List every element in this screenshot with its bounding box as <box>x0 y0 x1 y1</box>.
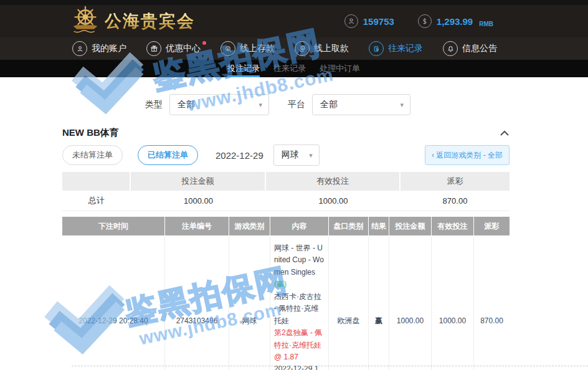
col-header-bet-amount: 投注金额 <box>389 217 432 235</box>
back-to-categories-button[interactable]: ‹ 返回游戏类别 - 全部 <box>425 145 510 165</box>
summary-header-valid-bet: 有效投注 <box>266 172 401 191</box>
type-filter-label: 类型 <box>145 99 163 110</box>
nav-item-deposit[interactable]: 线上存款 <box>220 41 275 56</box>
top-strip <box>0 0 588 5</box>
brand-logo[interactable]: 公海贵宾会 <box>70 6 195 37</box>
deposit-icon <box>220 41 235 56</box>
bet-match: 杰西卡·皮古拉 - 佩特拉·克维托娃 <box>274 291 325 327</box>
col-header-market-type: 盘口类别 <box>329 217 369 235</box>
gift-icon <box>146 41 161 56</box>
bet-filter-row: 未结算注单 已结算注单 2022-12-29 网球 ▾ ‹ 返回游戏类别 - 全… <box>62 145 510 166</box>
ship-wheel-icon <box>70 6 101 37</box>
col-header-valid-bet: 有效投注 <box>432 217 474 235</box>
settled-orders-button[interactable]: 已结算注单 <box>138 145 198 165</box>
cell-valid-bet: 1000.00 <box>432 237 474 370</box>
cell-market-type: 欧洲盘 <box>329 237 369 370</box>
nav-item-withdraw[interactable]: 线上取款 <box>295 41 349 56</box>
currency-label: RMB <box>479 21 493 28</box>
col-header-content: 内容 <box>270 217 329 235</box>
dollar-icon <box>418 14 432 28</box>
top-header: 公海贵宾会 159753 1,293.99 RMB <box>0 5 588 37</box>
cell-payout: 870.00 <box>474 237 510 370</box>
cell-game-type: 网球 <box>229 237 270 370</box>
nav-item-promotions[interactable]: 优惠中心 <box>146 41 201 56</box>
platform-select[interactable]: 全部 ▾ <box>312 94 410 115</box>
cell-bet-amount: 1000.00 <box>389 237 432 370</box>
col-header-bet-time: 下注时间 <box>62 217 165 235</box>
bet-result-tag: (赢) <box>274 280 287 288</box>
cell-bet-time: 2022-12-29 20:28:40 <box>62 237 165 370</box>
section-header: NEW BB体育 <box>62 127 510 139</box>
summary-payout: 870.00 <box>401 191 510 211</box>
chevron-down-icon: ▾ <box>309 151 313 159</box>
platform-select-value: 全部 <box>320 99 395 110</box>
summary-header-payout: 派彩 <box>401 172 510 191</box>
nav-item-announcements[interactable]: 信息公告 <box>443 41 497 56</box>
filter-row: 类型 全部 ▾ 平台 全部 ▾ <box>145 94 510 115</box>
summary-valid-bet: 1000.00 <box>266 191 401 211</box>
chevron-up-icon[interactable] <box>500 130 510 136</box>
bet-selection: 第2盘独赢 - 佩特拉·克维托娃 @ 1.87 <box>274 327 325 363</box>
bell-icon <box>443 41 458 56</box>
type-select-value: 全部 <box>178 99 254 110</box>
chevron-down-icon: ▾ <box>258 101 262 109</box>
content: 类型 全部 ▾ 平台 全部 ▾ NEW BB体育 未结算注单 已结算注单 202… <box>62 94 510 370</box>
summary-bet-amount: 1000.00 <box>131 191 266 211</box>
sub-nav: 投注记录 往来记录 处理中订单 <box>0 60 588 77</box>
bet-league: 网球 - 世界 - United Cup - Women Singles <box>274 244 324 277</box>
col-header-result: 结果 <box>369 217 389 235</box>
balance-value: 1,293.99 <box>437 16 473 27</box>
cell-result: 赢 <box>369 237 389 370</box>
main-nav: 我的账户 优惠中心 线上存款 <box>0 37 588 60</box>
chevron-down-icon: ▾ <box>400 101 404 109</box>
user-icon <box>344 14 358 28</box>
col-header-payout: 派彩 <box>474 217 510 235</box>
balance-display[interactable]: 1,293.99 RMB <box>418 14 493 28</box>
col-header-game-type: 游戏类别 <box>229 217 270 235</box>
game-select-value: 网球 <box>282 149 304 161</box>
cell-bet-content: 网球 - 世界 - United Cup - Women Singles (赢)… <box>270 237 329 370</box>
summary-header-bet-amount: 投注金额 <box>131 172 266 191</box>
user-id-value: 159753 <box>363 16 394 27</box>
unsettled-orders-button[interactable]: 未结算注单 <box>62 145 123 165</box>
user-id-display[interactable]: 159753 <box>344 14 394 28</box>
brand-name: 公海贵宾会 <box>105 10 195 32</box>
subnav-item-transaction-records[interactable]: 往来记录 <box>273 60 306 77</box>
nav-item-transaction-records[interactable]: 往来记录 <box>369 41 423 56</box>
section-title: NEW BB体育 <box>62 127 119 139</box>
game-select[interactable]: 网球 ▾ <box>273 145 320 166</box>
col-header-order-no: 注单编号 <box>165 217 229 235</box>
withdraw-icon <box>295 41 310 56</box>
cell-order-no: 2743103496 <box>165 237 229 370</box>
notification-dot <box>202 41 206 45</box>
header-account-area: 159753 1,293.99 RMB <box>344 14 493 28</box>
records-icon <box>369 41 384 56</box>
bet-records-table: 下注时间 注单编号 游戏类别 内容 盘口类别 结果 投注金额 有效投注 派彩 2… <box>62 217 510 370</box>
bottom-divider <box>72 366 588 366</box>
subnav-item-bet-records[interactable]: 投注记录 <box>227 60 260 77</box>
bet-match-time: 2022-12-29 19:00 <box>274 363 325 370</box>
user-icon <box>72 41 87 56</box>
page: 公海贵宾会 159753 1,293.99 RMB <box>0 0 588 370</box>
date-label: 2022-12-29 <box>216 150 263 161</box>
summary-total-label: 总计 <box>62 191 131 211</box>
platform-filter-label: 平台 <box>288 99 305 110</box>
summary-header-empty <box>62 172 131 191</box>
type-select[interactable]: 全部 ▾ <box>169 94 269 115</box>
nav-item-my-account[interactable]: 我的账户 <box>72 41 126 56</box>
summary-table: 投注金额 有效投注 派彩 总计 1000.00 1000.00 870.00 <box>62 172 510 211</box>
subnav-item-pending-orders[interactable]: 处理中订单 <box>320 60 360 77</box>
